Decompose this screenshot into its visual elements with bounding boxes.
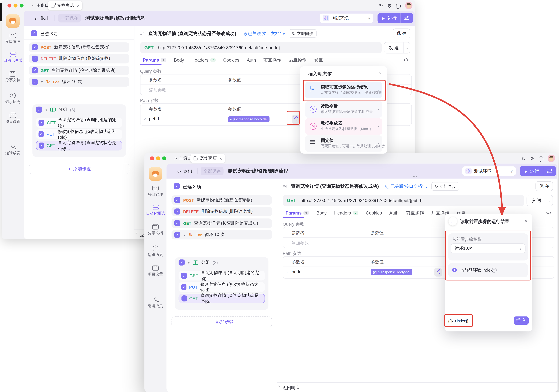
send-button[interactable]: 发 送⌄ <box>527 195 553 206</box>
url-input[interactable]: GEThttp://127.0.0.1:4523/m1/3760340-3391… <box>140 42 382 53</box>
sidebar-item-request-history[interactable]: 请求历史 <box>144 246 167 257</box>
zoom-window-button[interactable] <box>20 4 24 8</box>
step-checkbox[interactable]: ✓ <box>174 232 180 238</box>
group-checkbox[interactable]: ✓ <box>179 259 185 265</box>
tab-main-window[interactable]: ⌂主窗口 <box>32 2 49 9</box>
linked-doc-button[interactable]: 已关联“接口文档”∨ <box>242 30 285 36</box>
step-get-check-delete[interactable]: ✓GET查询宠物详情 (检查删除是否成功) <box>29 65 129 75</box>
settings-gear-icon[interactable]: ⚙ <box>387 3 392 8</box>
insert-button[interactable]: 插 入 <box>514 316 529 325</box>
tab-headers[interactable]: Headers7 <box>192 58 216 63</box>
response-bar[interactable]: ^返回响应 <box>277 383 557 392</box>
resize-handle[interactable]: ••• <box>412 175 418 179</box>
collapse-chevron-icon[interactable]: ∨ <box>187 260 190 264</box>
step-get-check-delete[interactable]: ✓GET查询宠物详情 (检查删除是否成功) <box>171 219 272 228</box>
step-get-query-status[interactable]: ✓GET查询宠物详情 (查询宠物状态是否修... <box>179 294 265 303</box>
step-get-query-status[interactable]: ✓GET查询宠物详情 (查询宠物状态是否修... <box>36 141 122 150</box>
close-icon[interactable]: × <box>525 218 527 223</box>
group-checkbox[interactable]: ✓ <box>36 107 42 113</box>
url-input[interactable]: GEThttp://127.0.0.1:4523/m1/3760340-3391… <box>283 195 524 206</box>
traffic-lights[interactable] <box>8 4 24 8</box>
refresh-icon[interactable]: ↻ <box>379 3 383 8</box>
step-get-query-created[interactable]: ✓GET查询宠物详情 (查询刚刚建的宠物) <box>36 118 122 128</box>
add-step-button[interactable]: ＋添加步骤 <box>171 316 272 327</box>
send-button[interactable]: 发 送⌄ <box>384 42 410 54</box>
collapse-chevron-icon[interactable]: ∨ <box>41 80 43 84</box>
save-button[interactable]: 保 存 <box>536 181 553 191</box>
tab-body[interactable]: Body <box>174 58 184 63</box>
back-arrow-icon[interactable]: ← <box>448 217 457 226</box>
step-checkbox[interactable]: ✓ <box>38 131 44 137</box>
add-param-placeholder[interactable]: 添加参数 <box>149 87 166 93</box>
close-window-button[interactable] <box>150 156 154 161</box>
run-settings-icon[interactable] <box>543 169 556 173</box>
send-options-chevron-icon[interactable]: ⌄ <box>546 199 553 203</box>
sidebar-item-share-docs[interactable]: 分享文档 <box>2 71 24 83</box>
tab-body[interactable]: Body <box>317 210 327 215</box>
save-button[interactable]: 保 存 <box>393 28 410 38</box>
sync-now-button[interactable]: ↻立即同步 <box>431 182 459 191</box>
sidebar-item-invite-members[interactable]: 邀请成员 <box>2 145 24 156</box>
environment-select[interactable]: 测测试环境∨ <box>320 14 373 23</box>
close-tab-icon[interactable]: × <box>77 3 79 8</box>
step-put-modify-pet[interactable]: ✓PUT修改宠物信息 (修改宠物状态为 sold) <box>179 282 265 292</box>
minimize-window-button[interactable] <box>14 4 18 8</box>
option-constant-value[interactable]: 固定值 写死固定值，可进一步数据处理，如加密 › <box>305 135 382 152</box>
tab-post-actions[interactable]: 后置操作 <box>289 57 307 63</box>
linked-doc-button[interactable]: 已关联“接口文档”∨ <box>385 183 428 189</box>
step-checkbox[interactable]: ✓ <box>32 79 38 85</box>
step-delete-pet[interactable]: ✓DELETE删除宠物信息 (删除该宠物) <box>29 54 129 63</box>
option-read-variable[interactable]: V 读取变量 读取环境变量/全局变量/临时变量 › <box>305 101 382 118</box>
user-avatar[interactable] <box>405 2 413 9</box>
step-checkbox[interactable]: ✓ <box>32 55 38 62</box>
step-post-create-pet[interactable]: ✓POST新建宠物信息 (新建在售宠物) <box>171 195 272 205</box>
exit-button[interactable]: ↩退出 <box>35 15 50 22</box>
param-value-expression[interactable]: {{$.2.response.body.da... <box>371 269 412 275</box>
sidebar-item-invite-members[interactable]: 邀请成员 <box>144 298 167 309</box>
add-param-placeholder[interactable]: 添加参数 <box>292 240 309 246</box>
tab-params[interactable]: Params1 <box>286 210 309 215</box>
magic-wand-icon[interactable] <box>434 268 442 276</box>
collapse-chevron-icon[interactable]: ∨ <box>183 233 186 237</box>
step-checkbox[interactable]: ✓ <box>181 284 186 290</box>
run-settings-icon[interactable] <box>401 17 413 20</box>
user-avatar[interactable] <box>548 155 555 162</box>
code-view-icon[interactable]: </> <box>403 58 409 62</box>
group-header[interactable]: ✓∨分组(3) <box>179 259 218 265</box>
sidebar-item-project-settings[interactable]: 项目设置 <box>144 265 167 277</box>
sync-now-button[interactable]: ↻立即同步 <box>289 29 317 38</box>
run-button[interactable]: ▶运行 <box>520 166 556 176</box>
close-icon[interactable]: × <box>379 71 382 76</box>
step-for-loop[interactable]: ✓∨↻For循环 10 次 <box>29 77 129 87</box>
tab-settings[interactable]: 设置 <box>314 57 323 63</box>
tab-headers[interactable]: Headers7 <box>334 210 358 215</box>
tab-cookies[interactable]: Cookies <box>366 210 382 215</box>
zoom-window-button[interactable] <box>162 156 166 161</box>
step-checkbox[interactable]: ✓ <box>38 120 45 126</box>
exit-button[interactable]: ↩退出 <box>177 168 192 175</box>
settings-gear-icon[interactable]: ⚙ <box>530 155 534 161</box>
notifications-bell-icon[interactable] <box>539 156 543 161</box>
save-all-button[interactable]: 全部保存 <box>58 14 81 22</box>
step-post-create-pet[interactable]: ✓POST新建宠物信息 (新建在售宠物) <box>29 42 129 52</box>
project-logo-fox[interactable] <box>149 167 162 181</box>
traffic-lights[interactable] <box>150 156 166 161</box>
sidebar-item-share-docs[interactable]: 分享文档 <box>144 224 167 236</box>
tab-auth[interactable]: Auth <box>247 58 256 63</box>
step-put-modify-pet[interactable]: ✓PUT修改宠物信息 (修改宠物状态为 sold) <box>36 129 122 139</box>
tab-auth[interactable]: Auth <box>389 210 399 215</box>
step-checkbox[interactable]: ✓ <box>174 220 180 226</box>
save-all-button[interactable]: 全部保存 <box>201 167 224 175</box>
notifications-bell-icon[interactable] <box>396 4 401 8</box>
sidebar-item-api-management[interactable]: 接口管理 <box>144 186 167 197</box>
sidebar-item-project-settings[interactable]: 项目设置 <box>2 113 24 124</box>
close-tab-icon[interactable]: × <box>220 156 222 161</box>
group-header[interactable]: ✓∨分组(3) <box>36 107 75 113</box>
add-step-button[interactable]: ＋添加步骤 <box>29 164 129 174</box>
step-checkbox[interactable]: ✓ <box>32 67 38 73</box>
tab-pre-actions[interactable]: 前置操作 <box>406 210 424 216</box>
tab-main-window[interactable]: ⌂主窗口 <box>174 155 192 162</box>
select-all-checkbox[interactable]: ✓ <box>31 30 37 36</box>
tab-pet-store[interactable]: 宠物商店× <box>190 154 225 163</box>
environment-select[interactable]: 测测试环境∨ <box>462 166 516 176</box>
